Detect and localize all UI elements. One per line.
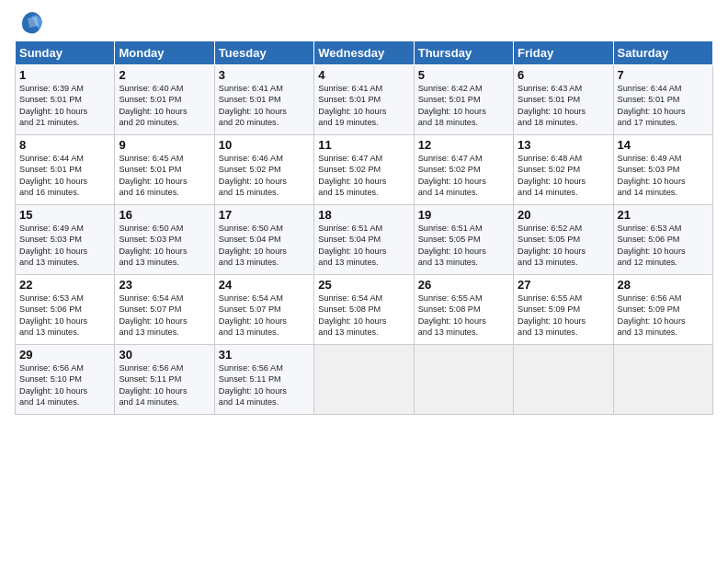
calendar-cell xyxy=(314,345,414,415)
cell-info: Sunrise: 6:56 AM Sunset: 5:11 PM Dayligh… xyxy=(219,362,310,408)
calendar-cell: 24Sunrise: 6:54 AM Sunset: 5:07 PM Dayli… xyxy=(214,275,313,345)
day-number: 20 xyxy=(518,208,609,222)
day-number: 13 xyxy=(518,138,609,152)
calendar-cell: 6Sunrise: 6:43 AM Sunset: 5:01 PM Daylig… xyxy=(514,65,613,135)
calendar-cell: 29Sunrise: 6:56 AM Sunset: 5:10 PM Dayli… xyxy=(16,345,115,415)
calendar-cell: 25Sunrise: 6:54 AM Sunset: 5:08 PM Dayli… xyxy=(314,275,414,345)
calendar-cell: 9Sunrise: 6:45 AM Sunset: 5:01 PM Daylig… xyxy=(115,135,214,205)
cell-info: Sunrise: 6:53 AM Sunset: 5:06 PM Dayligh… xyxy=(618,223,709,269)
calendar-cell: 11Sunrise: 6:47 AM Sunset: 5:02 PM Dayli… xyxy=(314,135,414,205)
day-number: 25 xyxy=(318,278,409,292)
day-number: 2 xyxy=(119,68,210,82)
calendar-cell xyxy=(514,345,613,415)
calendar-cell: 5Sunrise: 6:42 AM Sunset: 5:01 PM Daylig… xyxy=(414,65,513,135)
day-number: 10 xyxy=(219,138,310,152)
header-cell-thursday: Thursday xyxy=(414,41,513,65)
cell-info: Sunrise: 6:56 AM Sunset: 5:09 PM Dayligh… xyxy=(618,293,709,339)
calendar-cell xyxy=(613,345,712,415)
day-number: 30 xyxy=(119,348,210,362)
cell-info: Sunrise: 6:51 AM Sunset: 5:05 PM Dayligh… xyxy=(418,223,509,269)
calendar-cell xyxy=(414,345,513,415)
cell-info: Sunrise: 6:42 AM Sunset: 5:01 PM Dayligh… xyxy=(418,83,509,129)
cell-info: Sunrise: 6:55 AM Sunset: 5:09 PM Dayligh… xyxy=(518,293,609,339)
day-number: 8 xyxy=(19,138,110,152)
header-cell-friday: Friday xyxy=(514,41,613,65)
day-number: 3 xyxy=(219,68,310,82)
cell-info: Sunrise: 6:43 AM Sunset: 5:01 PM Dayligh… xyxy=(518,83,609,129)
calendar-cell: 12Sunrise: 6:47 AM Sunset: 5:02 PM Dayli… xyxy=(414,135,513,205)
cell-info: Sunrise: 6:44 AM Sunset: 5:01 PM Dayligh… xyxy=(19,153,110,199)
header-cell-saturday: Saturday xyxy=(613,41,712,65)
day-number: 17 xyxy=(219,208,310,222)
day-number: 27 xyxy=(518,278,609,292)
header-cell-tuesday: Tuesday xyxy=(214,41,313,65)
day-number: 23 xyxy=(119,278,210,292)
cell-info: Sunrise: 6:41 AM Sunset: 5:01 PM Dayligh… xyxy=(318,83,409,129)
calendar-cell: 23Sunrise: 6:54 AM Sunset: 5:07 PM Dayli… xyxy=(115,275,214,345)
week-row-3: 22Sunrise: 6:53 AM Sunset: 5:06 PM Dayli… xyxy=(16,275,713,345)
cell-info: Sunrise: 6:49 AM Sunset: 5:03 PM Dayligh… xyxy=(618,153,709,199)
page-container: SundayMondayTuesdayWednesdayThursdayFrid… xyxy=(0,0,728,424)
day-number: 5 xyxy=(418,68,509,82)
day-number: 15 xyxy=(19,208,110,222)
cell-info: Sunrise: 6:52 AM Sunset: 5:05 PM Dayligh… xyxy=(518,223,609,269)
cell-info: Sunrise: 6:44 AM Sunset: 5:01 PM Dayligh… xyxy=(618,83,709,129)
calendar-cell: 22Sunrise: 6:53 AM Sunset: 5:06 PM Dayli… xyxy=(16,275,115,345)
cell-info: Sunrise: 6:54 AM Sunset: 5:08 PM Dayligh… xyxy=(318,293,409,339)
day-number: 4 xyxy=(318,68,409,82)
day-number: 28 xyxy=(618,278,709,292)
day-number: 6 xyxy=(518,68,609,82)
header-cell-monday: Monday xyxy=(115,41,214,65)
calendar-cell: 26Sunrise: 6:55 AM Sunset: 5:08 PM Dayli… xyxy=(414,275,513,345)
cell-info: Sunrise: 6:46 AM Sunset: 5:02 PM Dayligh… xyxy=(219,153,310,199)
day-number: 9 xyxy=(119,138,210,152)
day-number: 1 xyxy=(19,68,110,82)
cell-info: Sunrise: 6:47 AM Sunset: 5:02 PM Dayligh… xyxy=(418,153,509,199)
cell-info: Sunrise: 6:39 AM Sunset: 5:01 PM Dayligh… xyxy=(19,83,110,129)
calendar-cell: 13Sunrise: 6:48 AM Sunset: 5:02 PM Dayli… xyxy=(514,135,613,205)
day-number: 7 xyxy=(618,68,709,82)
calendar-cell: 19Sunrise: 6:51 AM Sunset: 5:05 PM Dayli… xyxy=(414,205,513,275)
calendar-cell: 28Sunrise: 6:56 AM Sunset: 5:09 PM Dayli… xyxy=(613,275,712,345)
logo xyxy=(15,9,46,37)
week-row-0: 1Sunrise: 6:39 AM Sunset: 5:01 PM Daylig… xyxy=(16,65,713,135)
cell-info: Sunrise: 6:48 AM Sunset: 5:02 PM Dayligh… xyxy=(518,153,609,199)
calendar-cell: 16Sunrise: 6:50 AM Sunset: 5:03 PM Dayli… xyxy=(115,205,214,275)
header-cell-wednesday: Wednesday xyxy=(314,41,414,65)
calendar-cell: 2Sunrise: 6:40 AM Sunset: 5:01 PM Daylig… xyxy=(115,65,214,135)
header xyxy=(15,9,713,37)
week-row-4: 29Sunrise: 6:56 AM Sunset: 5:10 PM Dayli… xyxy=(16,345,713,415)
day-number: 29 xyxy=(19,348,110,362)
cell-info: Sunrise: 6:50 AM Sunset: 5:03 PM Dayligh… xyxy=(119,223,210,269)
week-row-1: 8Sunrise: 6:44 AM Sunset: 5:01 PM Daylig… xyxy=(16,135,713,205)
calendar-cell: 31Sunrise: 6:56 AM Sunset: 5:11 PM Dayli… xyxy=(214,345,313,415)
calendar-cell: 27Sunrise: 6:55 AM Sunset: 5:09 PM Dayli… xyxy=(514,275,613,345)
calendar-cell: 4Sunrise: 6:41 AM Sunset: 5:01 PM Daylig… xyxy=(314,65,414,135)
day-number: 19 xyxy=(418,208,509,222)
cell-info: Sunrise: 6:55 AM Sunset: 5:08 PM Dayligh… xyxy=(418,293,509,339)
day-number: 22 xyxy=(19,278,110,292)
day-number: 11 xyxy=(318,138,409,152)
cell-info: Sunrise: 6:54 AM Sunset: 5:07 PM Dayligh… xyxy=(119,293,210,339)
day-number: 14 xyxy=(618,138,709,152)
day-number: 16 xyxy=(119,208,210,222)
week-row-2: 15Sunrise: 6:49 AM Sunset: 5:03 PM Dayli… xyxy=(16,205,713,275)
calendar-cell: 18Sunrise: 6:51 AM Sunset: 5:04 PM Dayli… xyxy=(314,205,414,275)
cell-info: Sunrise: 6:49 AM Sunset: 5:03 PM Dayligh… xyxy=(19,223,110,269)
calendar-table: SundayMondayTuesdayWednesdayThursdayFrid… xyxy=(15,40,713,415)
calendar-cell: 30Sunrise: 6:56 AM Sunset: 5:11 PM Dayli… xyxy=(115,345,214,415)
cell-info: Sunrise: 6:56 AM Sunset: 5:10 PM Dayligh… xyxy=(19,362,110,408)
day-number: 12 xyxy=(418,138,509,152)
day-number: 26 xyxy=(418,278,509,292)
day-number: 31 xyxy=(219,348,310,362)
day-number: 21 xyxy=(618,208,709,222)
calendar-cell: 20Sunrise: 6:52 AM Sunset: 5:05 PM Dayli… xyxy=(514,205,613,275)
cell-info: Sunrise: 6:41 AM Sunset: 5:01 PM Dayligh… xyxy=(219,83,310,129)
day-number: 24 xyxy=(219,278,310,292)
calendar-cell: 3Sunrise: 6:41 AM Sunset: 5:01 PM Daylig… xyxy=(214,65,313,135)
calendar-cell: 21Sunrise: 6:53 AM Sunset: 5:06 PM Dayli… xyxy=(613,205,712,275)
cell-info: Sunrise: 6:45 AM Sunset: 5:01 PM Dayligh… xyxy=(119,153,210,199)
calendar-cell: 10Sunrise: 6:46 AM Sunset: 5:02 PM Dayli… xyxy=(214,135,313,205)
cell-info: Sunrise: 6:53 AM Sunset: 5:06 PM Dayligh… xyxy=(19,293,110,339)
cell-info: Sunrise: 6:51 AM Sunset: 5:04 PM Dayligh… xyxy=(318,223,409,269)
